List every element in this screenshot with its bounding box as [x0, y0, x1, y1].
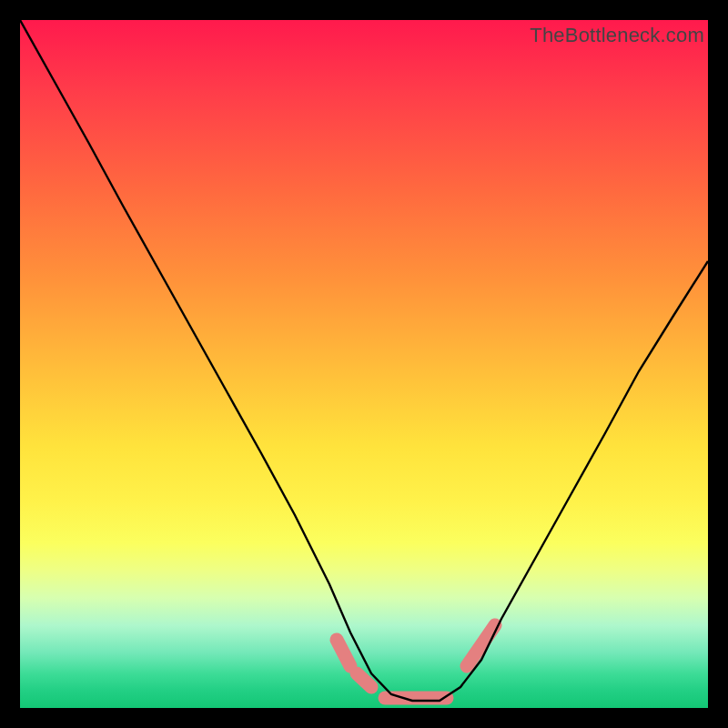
chart-plot-area	[20, 20, 708, 708]
chart-frame: TheBottleneck.com	[0, 0, 728, 728]
watermark-text: TheBottleneck.com	[530, 24, 704, 47]
